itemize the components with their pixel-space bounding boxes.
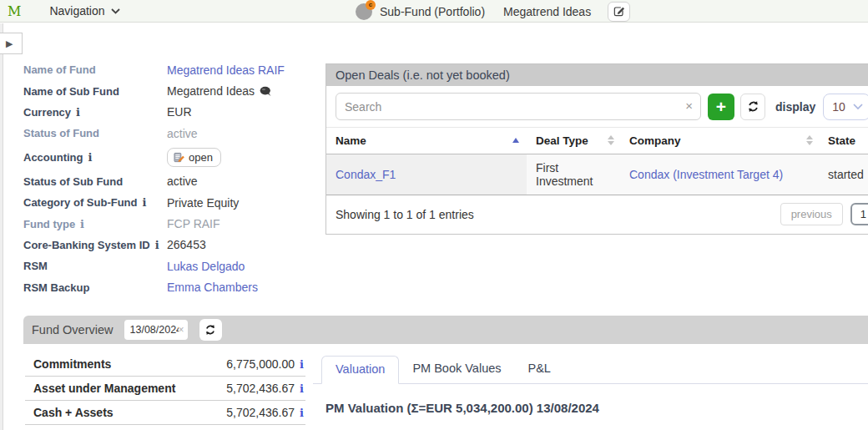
- metric-row-aum: Asset under Management 5,702,436.67 i: [25, 377, 305, 401]
- rsm-backup-link[interactable]: Emma Chambers: [167, 281, 258, 294]
- fund-overview-body: Commitments 6,775,000.00 i Asset under M…: [23, 344, 868, 425]
- detail-label: Name of Fund: [23, 63, 167, 76]
- accounting-open-button[interactable]: open: [167, 148, 221, 167]
- info-icon[interactable]: i: [155, 240, 159, 250]
- open-deals-table: Name Deal Type Company State: [326, 127, 868, 195]
- navigation-menu-label: Navigation: [49, 4, 104, 18]
- detail-label: Fund type: [23, 218, 75, 230]
- page-size-select[interactable]: 10: [823, 94, 868, 120]
- context-type-label: Sub-Fund (Portfolio): [380, 5, 485, 18]
- date-picker[interactable]: ×: [124, 320, 188, 340]
- detail-label: RSM: [23, 260, 167, 272]
- sidebar-expand-button[interactable]: ▶: [0, 33, 23, 54]
- expand-arrow-icon: ▶: [6, 38, 13, 49]
- detail-row-status-of-sub-fund: Status of Sub Fund active: [23, 171, 324, 192]
- comment-bubble-icon[interactable]: [260, 86, 272, 97]
- sub-fund-name-value: Megatrend Ideas: [167, 84, 255, 98]
- detail-label: Status of Sub Fund: [23, 175, 167, 188]
- date-input[interactable]: [130, 324, 179, 336]
- notification-badge: c: [366, 0, 376, 10]
- sort-icon: [608, 135, 614, 145]
- category-value: Private Equity: [167, 196, 239, 210]
- context-breadcrumb: c Sub-Fund (Portfolio) Megatrend Ideas: [356, 0, 630, 23]
- clear-date-icon[interactable]: ×: [179, 324, 184, 336]
- detail-row-fund-type: Fund type i FCP RAIF: [23, 213, 324, 234]
- tab-pm-book-values[interactable]: PM Book Values: [399, 356, 514, 383]
- tab-bar: Valuation PM Book Values P&L: [313, 356, 868, 384]
- metric-row-cash-assets: Cash + Assets 5,702,436.67 i: [25, 401, 305, 425]
- chevron-down-icon: [111, 8, 120, 14]
- open-deals-panel: Open Deals (i.e. not yet booked) × +: [326, 63, 868, 235]
- detail-row-category: Category of Sub-Fund i Private Equity: [23, 192, 324, 213]
- detail-row-status-of-fund: Status of Fund active: [23, 123, 324, 144]
- info-icon[interactable]: i: [88, 152, 93, 163]
- pm-valuation-heading: PM Valuation (Σ=EUR 5,034,200.00) 13/08/…: [326, 401, 868, 415]
- page-1-button[interactable]: 1: [850, 203, 868, 225]
- detail-row-currency: Currency i EUR: [23, 102, 324, 123]
- sort-asc-icon: [512, 138, 519, 143]
- fund-metrics-table: Commitments 6,775,000.00 i Asset under M…: [25, 352, 305, 425]
- journal-edit-icon: [173, 151, 185, 164]
- metric-row-commitments: Commitments 6,775,000.00 i: [25, 352, 305, 377]
- info-icon[interactable]: i: [300, 383, 304, 394]
- status-of-fund-value: active: [167, 127, 198, 140]
- open-deals-panel-header: Open Deals (i.e. not yet booked): [326, 64, 868, 86]
- table-row: Condax_F1 First Investment Condax (Inves…: [326, 154, 868, 195]
- navigation-menu[interactable]: Navigation: [49, 4, 119, 18]
- column-header-name[interactable]: Name: [326, 128, 527, 154]
- edit-button[interactable]: [608, 2, 630, 22]
- clear-search-icon[interactable]: ×: [685, 99, 693, 113]
- fund-overview-title: Fund Overview: [32, 323, 114, 336]
- metric-value: 5,702,436.67: [226, 406, 295, 419]
- info-icon[interactable]: i: [143, 197, 147, 208]
- previous-page-button[interactable]: previous: [780, 203, 843, 225]
- fund-link[interactable]: Megatrend Ideas RAIF: [167, 63, 285, 77]
- add-deal-button[interactable]: +: [708, 94, 734, 120]
- valuation-tabs-area: Valuation PM Book Values P&L PM Valuatio…: [313, 344, 868, 415]
- column-header-deal-type[interactable]: Deal Type: [527, 128, 620, 154]
- collapsed-sidebar-rail: [0, 23, 3, 430]
- detail-label: RSM Backup: [23, 281, 167, 294]
- refresh-overview-button[interactable]: [199, 319, 222, 341]
- column-header-company[interactable]: Company: [620, 128, 819, 154]
- detail-row-rsm-backup: RSM Backup Emma Chambers: [23, 277, 324, 298]
- fund-type-value: FCP RAIF: [167, 217, 220, 230]
- deal-name-link[interactable]: Condax_F1: [336, 168, 396, 181]
- info-icon[interactable]: i: [300, 407, 304, 418]
- fund-detail-list: Name of Fund Megatrend Ideas RAIF Name o…: [23, 59, 324, 298]
- search-input[interactable]: [336, 93, 701, 120]
- page-size-value: 10: [832, 100, 845, 114]
- state-cell: started: [819, 154, 868, 195]
- detail-label: Category of Sub-Fund: [23, 196, 138, 209]
- info-icon[interactable]: i: [300, 359, 304, 370]
- top-navigation-bar: M Navigation c Sub-Fund (Portfolio) Mega…: [0, 0, 868, 23]
- refresh-deals-button[interactable]: [740, 94, 765, 120]
- deal-type-cell: First Investment: [527, 154, 620, 195]
- detail-row-name-of-sub-fund: Name of Sub Fund Megatrend Ideas: [23, 80, 324, 101]
- detail-row-core-banking-id: Core-Banking System ID i 266453: [23, 235, 324, 255]
- rsm-link[interactable]: Lukas Delgado: [167, 260, 245, 273]
- status-of-sub-fund-value: active: [167, 175, 198, 188]
- showing-entries-text: Showing 1 to 1 of 1 entries: [336, 208, 474, 221]
- currency-value: EUR: [167, 105, 192, 119]
- detail-label: Status of Fund: [23, 127, 167, 139]
- metric-value: 5,702,436.67: [226, 382, 295, 395]
- tab-pnl[interactable]: P&L: [515, 356, 564, 383]
- detail-label: Name of Sub Fund: [23, 85, 167, 98]
- context-entity-label: Megatrend Ideas: [503, 5, 591, 18]
- fund-overview-panel: Fund Overview × Commitments: [23, 316, 868, 425]
- company-link[interactable]: Condax (Investment Target 4): [629, 168, 783, 181]
- info-icon[interactable]: i: [80, 219, 84, 230]
- core-banking-id-value: 266453: [167, 238, 206, 251]
- detail-row-name-of-fund: Name of Fund Megatrend Ideas RAIF: [23, 59, 324, 80]
- column-header-state[interactable]: State: [819, 128, 868, 154]
- app-window: M Navigation c Sub-Fund (Portfolio) Mega…: [0, 0, 868, 430]
- accounting-open-label: open: [189, 151, 213, 164]
- detail-label: Currency: [23, 106, 71, 119]
- app-logo[interactable]: M: [8, 3, 21, 19]
- avatar[interactable]: c: [356, 3, 372, 20]
- table-header-row: Name Deal Type Company State: [326, 128, 868, 154]
- refresh-icon: [747, 100, 760, 113]
- info-icon[interactable]: i: [76, 107, 80, 118]
- tab-valuation[interactable]: Valuation: [321, 356, 399, 384]
